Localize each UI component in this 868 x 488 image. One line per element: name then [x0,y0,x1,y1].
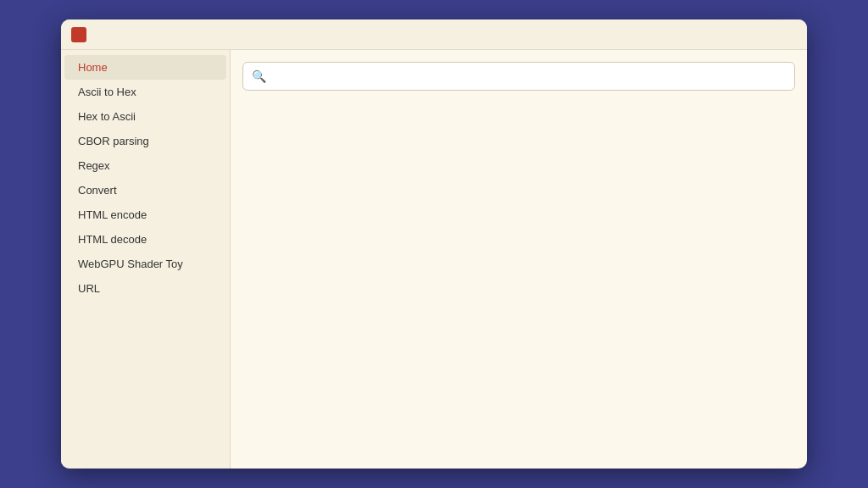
sidebar-item-webgpu-shader-toy[interactable]: WebGPU Shader Toy [64,252,226,276]
sidebar-item-url[interactable]: URL [64,276,226,301]
titlebar [61,19,807,50]
sidebar-item-convert[interactable]: Convert [64,178,226,202]
search-bar: 🔍 [242,62,795,91]
sidebar: HomeAscii to HexHex to AsciiCBOR parsing… [61,50,231,469]
sidebar-item-regex[interactable]: Regex [64,153,226,178]
help-menu[interactable] [71,27,92,42]
sidebar-item-html-encode[interactable]: HTML encode [64,202,226,227]
help-icon [71,27,86,42]
search-input[interactable] [273,70,786,83]
sidebar-item-hex-to-ascii[interactable]: Hex to Ascii [64,104,226,129]
main-content: 🔍 [231,50,807,469]
sidebar-item-ascii-to-hex[interactable]: Ascii to Hex [64,80,226,104]
search-icon: 🔍 [252,69,266,83]
sidebar-item-cbor-parsing[interactable]: CBOR parsing [64,129,226,153]
app-body: HomeAscii to HexHex to AsciiCBOR parsing… [61,50,807,469]
sidebar-item-home[interactable]: Home [64,55,226,80]
sidebar-item-html-decode[interactable]: HTML decode [64,227,226,252]
app-window: HomeAscii to HexHex to AsciiCBOR parsing… [61,19,807,469]
